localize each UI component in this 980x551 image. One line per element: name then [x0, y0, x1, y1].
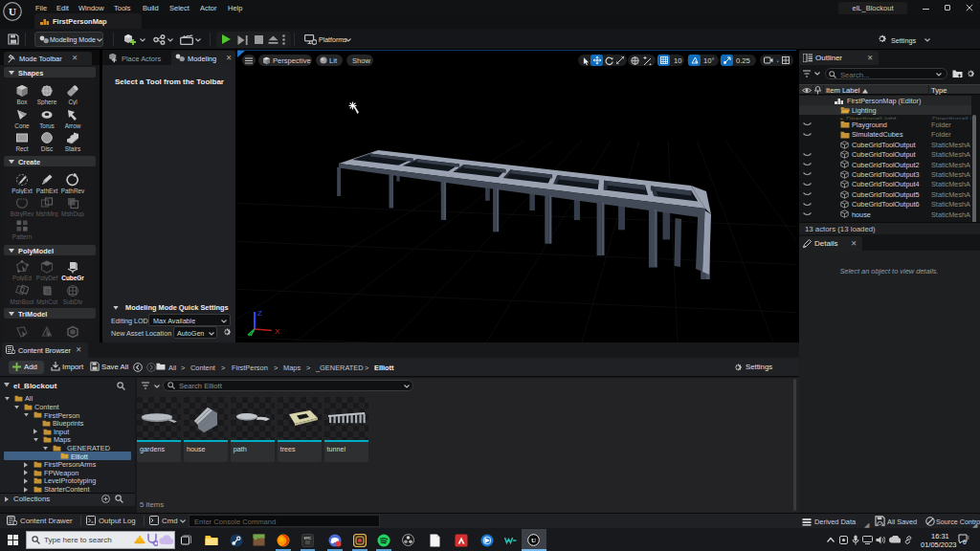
svg-text:EPIC: EPIC: [304, 537, 312, 540]
svg-text:X: X: [275, 327, 280, 336]
svg-text:Z: Z: [257, 309, 262, 318]
svg-text:U: U: [531, 537, 536, 544]
svg-text:U: U: [9, 6, 16, 17]
